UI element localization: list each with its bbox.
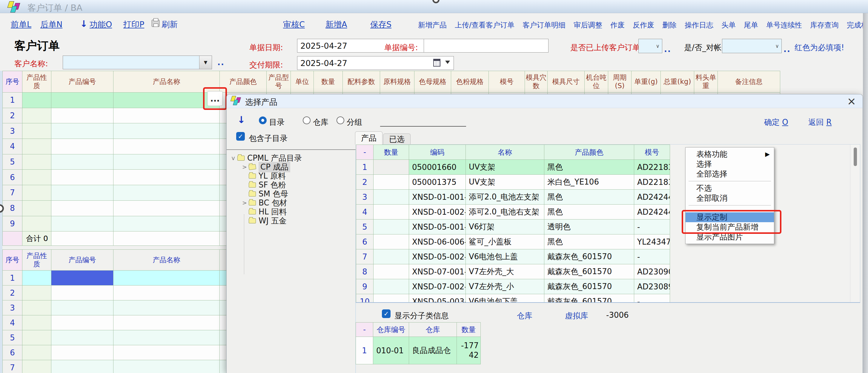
product-row-6-mold[interactable]: YL24347 xyxy=(634,235,670,249)
product-row-7-code[interactable]: XNSD-05-002-0 xyxy=(409,249,466,264)
product-row-10-mold[interactable]: - xyxy=(634,294,670,303)
grid2-cell-r6-c1[interactable] xyxy=(22,345,51,360)
product-row-1-num[interactable]: 1 xyxy=(356,160,374,175)
toolbar-link-新增产品[interactable]: 新增产品 xyxy=(418,20,447,30)
product-row-5-color[interactable]: 透明色 xyxy=(544,219,634,235)
grid1-cell-r8-c3[interactable] xyxy=(114,201,220,216)
tree-item-4[interactable]: >BC 包材 xyxy=(227,198,355,207)
tree-item-1[interactable]: YL 原料 xyxy=(227,172,355,180)
product-row-5-mold[interactable]: - xyxy=(634,219,670,235)
grid2-cell-r2-c1[interactable] xyxy=(22,285,51,301)
chevron-down-icon[interactable]: ∨ xyxy=(775,43,779,49)
product-row-6-num[interactable]: 6 xyxy=(356,235,374,249)
toolbar-link-上传/查看客户订单[interactable]: 上传/查看客户订单 xyxy=(455,20,515,30)
grid2-cell-r7-c3[interactable] xyxy=(114,360,220,373)
product-row-1-color[interactable]: 黑色 xyxy=(544,160,634,175)
toolbar-link-操作日志[interactable]: 操作日志 xyxy=(685,20,713,30)
grid1-cell-r1-c1[interactable] xyxy=(22,93,51,108)
grid2-cell-r6-c3[interactable] xyxy=(114,345,220,360)
product-row-10-qty[interactable] xyxy=(374,294,409,303)
grid1-cell-r9-c1[interactable] xyxy=(22,216,51,232)
grid1-cell-r4-c2[interactable] xyxy=(51,139,114,154)
warehouse-row-qty[interactable]: -17742 xyxy=(457,337,481,364)
toolbar-link-单号连续性[interactable]: 单号连续性 xyxy=(766,20,802,30)
product-row-2-mold[interactable]: AD22183 xyxy=(634,175,670,190)
toolbar-button-打印P[interactable]: 打印P xyxy=(123,19,144,30)
customer-combobox[interactable]: ▼ xyxy=(63,56,212,69)
grid2-cell-r7-c1[interactable] xyxy=(22,360,51,373)
toolbar-button-审核C[interactable]: 审核C xyxy=(283,19,305,30)
product-row-6-color[interactable]: 黑色 xyxy=(544,235,634,249)
grid1-cell-r2-c1[interactable] xyxy=(22,108,51,124)
toolbar-link-作废[interactable]: 作废 xyxy=(610,20,625,30)
grid2-cell-r1-c1[interactable] xyxy=(22,271,51,285)
grid1-cell-r2-c2[interactable] xyxy=(51,108,114,124)
chevron-down-icon[interactable] xyxy=(445,61,450,64)
product-row-4-num[interactable]: 4 xyxy=(356,205,374,219)
product-row-3-name[interactable]: 添可2.0_电池左支架 xyxy=(466,190,544,205)
grid2-cell-r2-c3[interactable] xyxy=(114,285,220,301)
chevron-right-icon[interactable]: > xyxy=(240,199,249,206)
product-row-7-name[interactable]: V6电池包上盖 xyxy=(466,249,544,264)
grid1-cell-r6-c2[interactable] xyxy=(51,169,114,185)
grid2-cell-r4-c2[interactable] xyxy=(51,315,114,330)
product-row-10-name[interactable]: V6电池包下盖 xyxy=(466,294,544,303)
grid1-cell-r3-c3[interactable] xyxy=(114,123,220,139)
toolbar-button-新增A[interactable]: 新增A xyxy=(326,19,347,30)
product-row-4-code[interactable]: XNSD-01-002-0 xyxy=(409,205,466,219)
virtual-warehouse-link[interactable]: 虚拟库 xyxy=(565,311,588,321)
product-row-8-code[interactable]: XNSD-07-001-0 xyxy=(409,264,466,279)
grid2-cell-r4-c3[interactable] xyxy=(114,315,220,330)
search-input[interactable] xyxy=(380,116,466,127)
grid1-cell-r3-c1[interactable] xyxy=(22,123,51,139)
toolbar-button-前单L[interactable]: 前单L xyxy=(11,19,31,30)
product-row-4-mold[interactable]: AD24244 xyxy=(634,205,670,219)
product-row-5-num[interactable]: 5 xyxy=(356,219,374,235)
product-row-2-num[interactable]: 2 xyxy=(356,175,374,190)
down-arrow-icon[interactable]: ↓ xyxy=(237,114,245,125)
doc-no-input[interactable] xyxy=(424,39,549,53)
grid1-cell-r7-c2[interactable] xyxy=(51,185,114,201)
radio-catalog[interactable] xyxy=(259,117,267,124)
product-row-8-qty[interactable] xyxy=(374,264,409,279)
toolbar-link-反作废[interactable]: 反作废 xyxy=(633,20,654,30)
show-subclass-checkbox[interactable] xyxy=(382,309,391,318)
product-row-8-name[interactable]: V7左外壳_大 xyxy=(466,264,544,279)
tree-item-6[interactable]: WJ 五金 xyxy=(227,216,355,225)
product-row-7-qty[interactable] xyxy=(374,249,409,264)
vertical-scrollbar[interactable] xyxy=(850,145,860,302)
calendar-icon[interactable] xyxy=(433,59,440,67)
chevron-down-icon[interactable]: ∨ xyxy=(656,43,659,49)
product-row-5-code[interactable]: XNSD-05-001-0 xyxy=(409,219,466,235)
toolbar-button-保存S[interactable]: 保存S xyxy=(370,19,392,30)
product-row-3-num[interactable]: 3 xyxy=(356,190,374,205)
product-row-5-qty[interactable] xyxy=(374,219,409,235)
product-row-9-mold[interactable]: AD23089 xyxy=(634,279,670,294)
grid2-cell-r7-c2[interactable] xyxy=(51,360,114,373)
grid1-cell-r1-c2[interactable] xyxy=(51,93,114,108)
include-subfolders-checkbox[interactable] xyxy=(236,132,245,141)
warehouse-link[interactable]: 仓库 xyxy=(517,311,532,321)
product-row-2-color[interactable]: 米白色_YE106 xyxy=(544,175,634,190)
grid1-cell-r4-c1[interactable] xyxy=(22,139,51,154)
uploaded-combobox[interactable]: ∨ xyxy=(639,39,662,53)
product-row-7-mold[interactable]: - xyxy=(634,249,670,264)
grid2-cell-r6-c2[interactable] xyxy=(51,345,114,360)
grid1-cell-r5-c2[interactable] xyxy=(51,154,114,170)
product-row-8-color[interactable]: 戴森灰色_601570 xyxy=(544,264,634,279)
product-row-3-qty[interactable] xyxy=(374,190,409,205)
product-row-3-color[interactable]: 黑色 xyxy=(544,190,634,205)
grid1-cell-r5-c3[interactable] xyxy=(114,154,220,170)
customer-more-button[interactable]: .. xyxy=(217,58,224,67)
grid1-cell-r6-c3[interactable] xyxy=(114,169,220,185)
tree-item-3[interactable]: SM 色母 xyxy=(227,189,355,198)
menu-item-全部取消[interactable]: 全部取消 xyxy=(686,193,774,203)
back-button[interactable]: 返回 R xyxy=(808,117,832,127)
grid2-cell-r3-c2[interactable] xyxy=(51,301,114,315)
product-row-10-num[interactable]: 10 xyxy=(356,294,374,303)
product-row-1-qty[interactable] xyxy=(374,160,409,175)
product-row-4-name[interactable]: 添可2.0_电池右支架 xyxy=(466,205,544,219)
product-row-10-code[interactable]: XNSD-05-003-0 xyxy=(409,294,466,303)
menu-item-不选[interactable]: 不选 xyxy=(686,183,774,193)
product-row-10-color[interactable]: 戴森灰色_601570 xyxy=(544,294,634,303)
